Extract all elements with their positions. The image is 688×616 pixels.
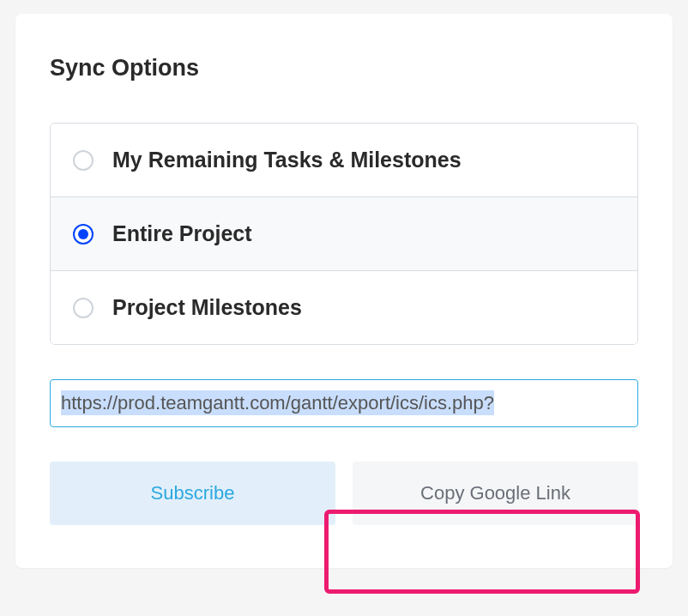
radio-label: Entire Project [112,221,252,246]
sync-options-panel: Sync Options My Remaining Tasks & Milest… [15,14,673,568]
export-url-text: https://prod.teamgantt.com/gantt/export/… [61,390,494,415]
copy-google-link-button[interactable]: Copy Google Link [353,462,638,525]
radio-option-milestones[interactable]: Project Milestones [51,271,637,344]
radio-icon [73,150,94,171]
radio-dot-icon [78,229,88,239]
button-row: Subscribe Copy Google Link [50,462,638,525]
subscribe-button[interactable]: Subscribe [50,462,335,525]
radio-label: My Remaining Tasks & Milestones [112,148,462,172]
radio-option-entire-project[interactable]: Entire Project [51,197,637,271]
export-url-field[interactable]: https://prod.teamgantt.com/gantt/export/… [50,379,638,427]
sync-scope-radio-group: My Remaining Tasks & Milestones Entire P… [50,123,638,345]
panel-title: Sync Options [50,55,638,82]
radio-option-my-tasks[interactable]: My Remaining Tasks & Milestones [51,124,637,197]
radio-icon [73,298,94,318]
radio-label: Project Milestones [112,295,302,320]
radio-icon [73,224,94,245]
